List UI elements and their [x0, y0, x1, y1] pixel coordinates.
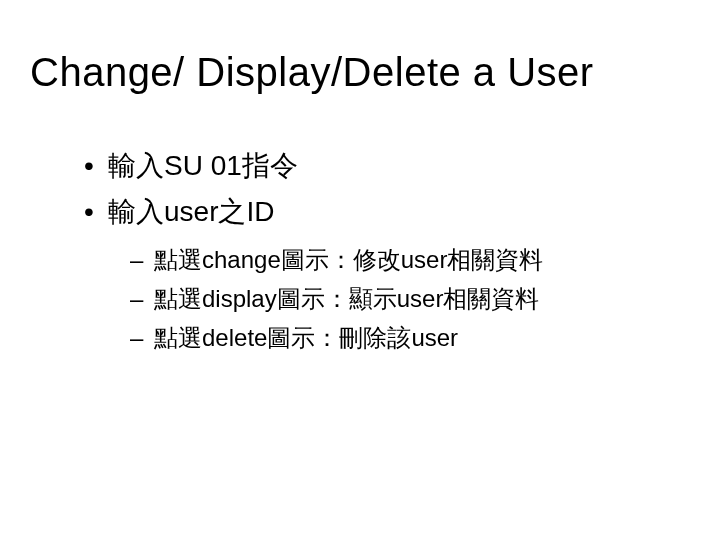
bullet-text: 點選display圖示：顯示user相關資料: [154, 285, 539, 312]
list-item: 點選display圖示：顯示user相關資料: [130, 280, 690, 317]
list-item: 點選change圖示：修改user相關資料: [130, 241, 690, 278]
content-area: 輸入SU 01指令 輸入user之ID 點選change圖示：修改user相關資…: [30, 145, 690, 357]
page-title: Change/ Display/Delete a User: [30, 50, 690, 95]
sub-list: 點選change圖示：修改user相關資料 點選display圖示：顯示user…: [80, 241, 690, 357]
list-item: 輸入SU 01指令: [80, 145, 690, 187]
bullet-text: 輸入SU 01指令: [108, 150, 298, 181]
bullet-text: 點選delete圖示：刪除該user: [154, 324, 458, 351]
slide: Change/ Display/Delete a User 輸入SU 01指令 …: [0, 0, 720, 540]
bullet-text: 輸入user之ID: [108, 196, 274, 227]
list-item: 點選delete圖示：刪除該user: [130, 319, 690, 356]
list-item: 輸入user之ID: [80, 191, 690, 233]
bullet-text: 點選change圖示：修改user相關資料: [154, 246, 543, 273]
